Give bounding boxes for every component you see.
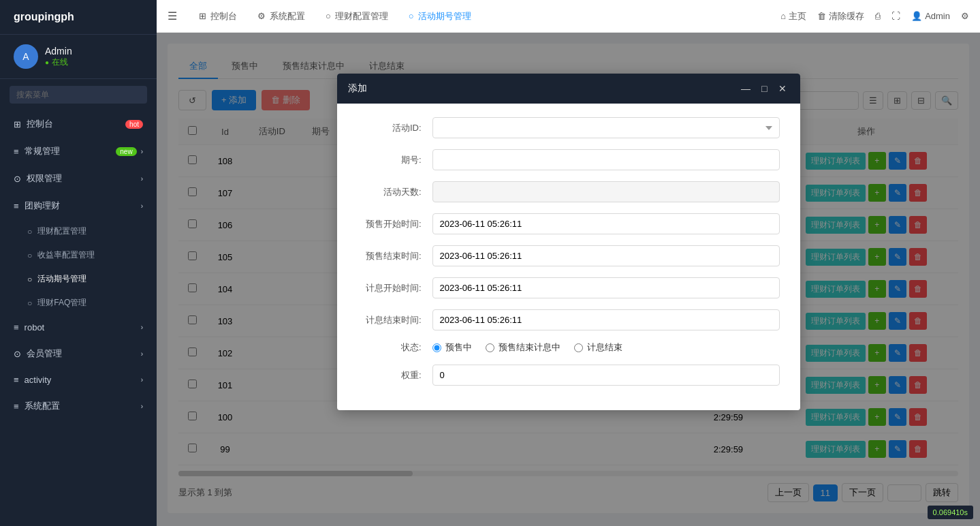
trash-icon: 🗑 [817,11,826,21]
add-modal: 添加 — □ ✕ 活动ID: 期号: [337,74,800,410]
topbar-nav-label: 理财配置管理 [335,10,388,22]
chevron-right-icon: › [141,350,143,358]
topbar-fullscreen[interactable]: ⛶ [891,11,900,21]
username: Admin [45,46,72,57]
modal-header: 添加 — □ ✕ [337,74,800,104]
status-presale-radio[interactable] [432,343,441,352]
status-presale-end-radio[interactable] [486,343,494,352]
modal-body: 活动ID: 期号: 活动天数: 预售开始时间: [337,104,800,410]
topbar-nav-dashboard[interactable]: ⊞ 控制台 [191,7,245,26]
sidebar-item-yield-config[interactable]: ○ 收益率配置管理 [0,243,157,267]
hot-badge: hot [125,120,143,129]
interest-start-input[interactable] [432,277,780,298]
presale-end-input[interactable] [432,245,780,266]
circle-icon: ○ [27,298,32,308]
settings-icon: ⚙ [961,11,969,21]
modal-maximize-button[interactable]: □ [759,82,770,95]
topbar-screenshot[interactable]: ⎙ [875,11,881,21]
sidebar-sub-label: 收益率配置管理 [37,249,95,261]
modal-overlay[interactable]: 添加 — □ ✕ 活动ID: 期号: [157,33,980,526]
form-row-days: 活动天数: [358,181,780,202]
activity-id-select[interactable] [432,117,780,138]
sidebar-item-activity-period[interactable]: ○ 活动期号管理 [0,267,157,291]
topbar-home-label: 主页 [789,10,806,22]
sidebar-logo: groupingph [0,0,157,35]
sidebar-item-finance-config[interactable]: ○ 理财配置管理 [0,219,157,243]
interest-end-input[interactable] [432,309,780,330]
topbar-nav-system-config[interactable]: ⚙ 系统配置 [249,7,313,26]
topbar-nav: ⊞ 控制台 ⚙ 系统配置 ○ 理财配置管理 ○ 活动期号管理 [191,7,479,26]
topbar-clear-cache[interactable]: 🗑 清除缓存 [817,10,864,22]
chevron-down-icon: › [141,202,143,210]
form-row-status: 状态: 预售中 预售结束计息中 [358,341,780,354]
sidebar-item-member[interactable]: ⊙ 会员管理 › [0,340,157,367]
activity-icon: ≡ [14,375,19,385]
circle-icon: ○ [27,275,32,284]
weight-input[interactable] [432,365,780,386]
sidebar-item-label: 系统配置 [25,400,60,412]
days-input[interactable] [432,181,780,202]
sidebar-item-permission[interactable]: ⊙ 权限管理 › [0,165,157,192]
sidebar-item-label: activity [25,375,52,385]
chevron-right-icon: › [141,376,143,384]
sidebar-item-activity[interactable]: ≡ activity › [0,367,157,392]
topbar-settings[interactable]: ⚙ [961,11,969,21]
sidebar: groupingph A Admin 在线 ⊞ 控制台 hot ≡ 常规管理 n… [0,0,157,526]
sidebar-item-dashboard[interactable]: ⊞ 控制台 hot [0,110,157,138]
status-interest-end-radio[interactable] [574,343,583,352]
modal-title: 添加 [348,82,367,95]
home-icon: ⌂ [780,11,786,21]
topbar-clear-label: 清除缓存 [829,10,864,22]
sidebar-search-input[interactable] [10,86,147,104]
general-icon: ≡ [14,146,19,157]
period-label: 期号: [358,154,432,166]
sidebar-item-group-finance[interactable]: ≡ 团购理财 › [0,192,157,219]
status-interest-end-label: 计息结束 [587,341,622,354]
system-icon: ≡ [14,401,19,412]
sidebar-item-label: 团购理财 [25,200,60,212]
topbar: ☰ ⊞ 控制台 ⚙ 系统配置 ○ 理财配置管理 ○ 活动期号管理 [157,0,980,33]
activity-id-label: 活动ID: [358,122,432,134]
user-icon: 👤 [911,11,922,21]
dashboard-nav-icon: ⊞ [199,11,206,21]
circle-nav-icon: ○ [409,11,414,21]
topbar-user[interactable]: 👤 Admin [911,11,950,21]
interest-start-label: 计息开始时间: [358,282,432,294]
user-info: Admin 在线 [45,46,72,68]
sidebar-item-label: 权限管理 [27,172,62,185]
status-presale-end-option[interactable]: 预售结束计息中 [486,341,560,354]
chevron-down-icon: › [141,148,143,155]
sidebar-item-finance-faq[interactable]: ○ 理财FAQ管理 [0,291,157,315]
presale-start-label: 预售开始时间: [358,218,432,230]
fullscreen-icon: ⛶ [891,11,900,21]
menu-toggle-icon[interactable]: ☰ [168,10,177,22]
topbar-nav-activity-period[interactable]: ○ 活动期号管理 [400,7,479,26]
screenshot-icon: ⎙ [875,11,881,21]
content-area: 全部 预售中 预售结束计息中 计息结束 ↺ + 添加 🗑 删除 ☰ ⊞ ⊟ 🔍 [157,33,980,526]
group-finance-icon: ≡ [14,201,19,211]
sidebar-item-general[interactable]: ≡ 常规管理 new › [0,138,157,165]
period-input[interactable] [432,149,780,170]
form-row-interest-end: 计息结束时间: [358,309,780,330]
presale-end-label: 预售结束时间: [358,250,432,262]
sidebar-item-robot[interactable]: ≡ robot › [0,315,157,340]
modal-close-button[interactable]: ✕ [776,82,789,95]
modal-minimize-button[interactable]: — [738,82,753,95]
topbar-home[interactable]: ⌂ 主页 [780,10,806,22]
presale-start-input[interactable] [432,213,780,234]
form-row-period: 期号: [358,149,780,170]
sidebar-sub-label: 理财FAQ管理 [37,297,86,309]
sidebar-item-label: robot [25,322,45,332]
sidebar-item-label: 控制台 [27,118,53,130]
topbar-nav-finance-config[interactable]: ○ 理财配置管理 [317,7,396,26]
performance-badge: 0.069410s [928,506,973,519]
chevron-right-icon: › [141,324,143,331]
avatar: A [14,44,38,69]
sidebar-item-label: 常规管理 [25,145,60,157]
topbar-right: ⌂ 主页 🗑 清除缓存 ⎙ ⛶ 👤 Admin ⚙ [780,10,969,22]
status-presale-option[interactable]: 预售中 [432,341,472,354]
sidebar-item-system[interactable]: ≡ 系统配置 › [0,392,157,420]
status-presale-end-label: 预售结束计息中 [499,341,560,354]
status-interest-end-option[interactable]: 计息结束 [574,341,622,354]
topbar-nav-label: 活动期号管理 [418,10,471,22]
